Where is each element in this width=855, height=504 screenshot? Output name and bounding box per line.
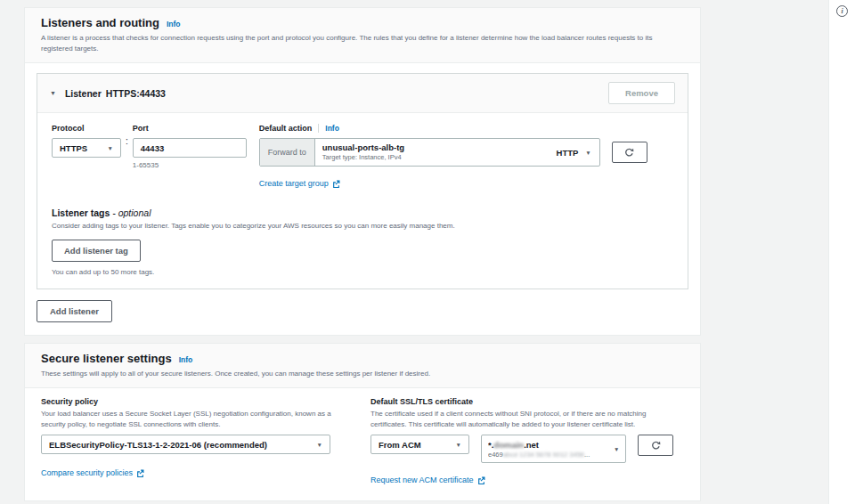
refresh-target-groups-button[interactable]: [612, 142, 647, 163]
compare-security-policies-text: Compare security policies: [41, 468, 133, 477]
port-label: Port: [133, 124, 247, 133]
create-target-group-link[interactable]: Create target group: [259, 179, 340, 188]
external-link-icon: [136, 469, 144, 477]
target-group-select[interactable]: unusual-ports-alb-tg Target type: Instan…: [315, 139, 549, 166]
collapse-triangle-icon[interactable]: ▼: [50, 90, 56, 96]
chevron-down-icon: ▼: [614, 446, 619, 452]
certificate-description: The certificate used if a client connect…: [370, 409, 673, 429]
cert-id-prefix: e469: [488, 451, 503, 459]
listener-panel: ▼ Listener HTTPS:44433 Remove Protocol H…: [37, 73, 688, 289]
security-policy-select[interactable]: ELBSecurityPolicy-TLS13-1-2-2021-06 (rec…: [41, 435, 330, 454]
port-input[interactable]: 44433: [133, 138, 247, 158]
listener-title-value: HTTPS:44433: [106, 88, 166, 99]
certificate-source-select[interactable]: From ACM ▼: [370, 435, 469, 454]
listener-title-prefix: Listener: [65, 88, 102, 99]
add-listener-tag-button[interactable]: Add listener tag: [52, 240, 141, 262]
refresh-icon: [651, 441, 661, 451]
info-icon[interactable]: i: [836, 5, 848, 17]
security-policy-description: Your load balancer uses a Secure Socket …: [41, 409, 354, 429]
external-link-icon: [332, 180, 340, 188]
default-action-label: Default action: [259, 124, 313, 133]
listener-tags-optional-suffix: - optional: [110, 207, 151, 218]
request-acm-certificate-text: Request new ACM certificate: [370, 476, 474, 484]
listener-tags-title: Listener tags: [52, 207, 110, 218]
listeners-card-header: Listeners and routing Info A listener is…: [25, 8, 700, 63]
port-range-hint: 1-65535: [133, 161, 247, 169]
chevron-down-icon: ▼: [585, 150, 590, 156]
secure-card-description: These settings will apply to all of your…: [41, 369, 675, 379]
help-panel-rail: i: [828, 0, 855, 504]
security-policy-label: Security policy: [41, 397, 354, 406]
default-certificate-field: Default SSL/TLS certificate The certific…: [370, 397, 673, 486]
listeners-info-link[interactable]: Info: [167, 20, 181, 28]
protocol-port-separator: :: [126, 124, 128, 146]
port-field: Port 44433 1-65535: [133, 124, 247, 169]
listener-panel-header: ▼ Listener HTTPS:44433 Remove: [37, 74, 688, 113]
listeners-card-title: Listeners and routing: [41, 16, 159, 29]
secure-card-header: Secure listener settings Info These sett…: [25, 344, 700, 388]
add-listener-button[interactable]: Add listener: [37, 300, 112, 322]
forward-to-label: Forward to: [260, 139, 315, 166]
secure-info-link[interactable]: Info: [179, 355, 193, 364]
listeners-card-body: ▼ Listener HTTPS:44433 Remove Protocol H…: [25, 63, 700, 335]
listener-tags-description: Consider adding tags to your listener. T…: [52, 222, 673, 230]
secure-listener-settings-card: Secure listener settings Info These sett…: [24, 343, 701, 501]
forward-to-composite: Forward to unusual-ports-alb-tg Target t…: [259, 138, 600, 167]
port-value: 44433: [141, 143, 164, 153]
listener-panel-body: Protocol HTTPS ▼ : Port 44433: [37, 113, 688, 289]
certificate-source-value: From ACM: [379, 440, 421, 450]
cert-id-redacted: abcd 1234 5678 9012 3456: [503, 451, 584, 459]
protocol-selected-value: HTTPS: [60, 143, 87, 153]
chevron-down-icon: ▼: [317, 442, 322, 448]
secure-card-body: Security policy Your load balancer uses …: [25, 388, 700, 500]
main-content: Listeners and routing Info A listener is…: [24, 7, 701, 501]
listeners-card-description: A listener is a process that checks for …: [41, 33, 675, 54]
protocol-label: Protocol: [52, 124, 121, 133]
protocol-field: Protocol HTTPS ▼: [52, 124, 121, 158]
listener-tags-section: Listener tags - optional Consider adding…: [52, 207, 673, 276]
label-divider: [318, 124, 319, 133]
request-acm-certificate-link[interactable]: Request new ACM certificate: [370, 476, 485, 484]
tags-remaining-hint: You can add up to 50 more tags.: [52, 268, 673, 276]
target-protocol-value: HTTP: [557, 148, 579, 158]
certificate-select[interactable]: *.domain.net e469abcd 1234 5678 9012 345…: [481, 435, 626, 463]
protocol-select[interactable]: HTTPS ▼: [52, 138, 121, 158]
certificate-label: Default SSL/TLS certificate: [370, 397, 673, 406]
chevron-down-icon: ▼: [108, 145, 113, 151]
cert-name-redacted: domain: [493, 440, 524, 450]
external-link-icon: [477, 476, 485, 484]
default-action-field: Default action Info Forward to unusual-p…: [259, 124, 673, 190]
refresh-certificates-button[interactable]: [638, 435, 673, 456]
target-protocol-select[interactable]: HTTP ▼: [549, 139, 599, 166]
refresh-icon: [624, 148, 634, 158]
security-policy-selected-value: ELBSecurityPolicy-TLS13-1-2-2021-06 (rec…: [49, 440, 267, 450]
security-policy-field: Security policy Your load balancer uses …: [41, 397, 354, 486]
compare-security-policies-link[interactable]: Compare security policies: [41, 468, 144, 477]
listeners-and-routing-card: Listeners and routing Info A listener is…: [24, 7, 701, 336]
remove-listener-button[interactable]: Remove: [608, 82, 675, 104]
target-group-meta: Target type: Instance, IPv4: [322, 153, 542, 161]
create-target-group-link-text: Create target group: [259, 179, 329, 188]
cert-name-suffix: .net: [524, 440, 539, 450]
target-group-name: unusual-ports-alb-tg: [322, 142, 542, 152]
secure-card-title: Secure listener settings: [41, 352, 172, 365]
default-action-info-link[interactable]: Info: [325, 124, 339, 133]
chevron-down-icon: ▼: [456, 442, 461, 448]
cert-id-ellipsis: ...: [584, 451, 590, 459]
